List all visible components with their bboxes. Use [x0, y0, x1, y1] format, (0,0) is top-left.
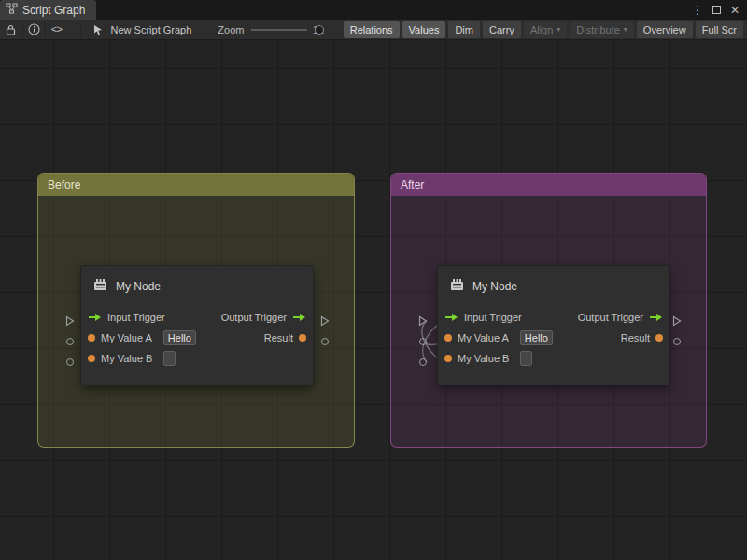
trigger-row: Input Trigger Output Trigger [81, 307, 313, 328]
unit-icon [449, 277, 465, 297]
value-a-port[interactable] [88, 334, 95, 342]
input-trigger-label: Input Trigger [107, 312, 165, 323]
unit-icon [92, 277, 108, 297]
distribute-button-label: Distribute [576, 24, 619, 35]
graph-name-label[interactable]: New Script Graph [111, 24, 192, 35]
relations-button[interactable]: Relations [344, 21, 400, 38]
zoom-slider[interactable] [251, 23, 307, 36]
tab-script-graph[interactable]: Script Graph [0, 0, 96, 20]
kebab-menu-icon[interactable]: ⋮ [692, 5, 703, 16]
outer-output-trigger-port[interactable] [672, 315, 682, 327]
value-b-label: My Value B [458, 353, 509, 364]
outer-input-trigger-port[interactable] [418, 315, 428, 327]
trigger-row: Input Trigger Output Trigger [438, 307, 669, 328]
carry-button[interactable]: Carry [483, 21, 521, 38]
lock-icon[interactable] [4, 21, 19, 39]
group-after[interactable]: After My Node [390, 173, 707, 448]
group-title: After [401, 178, 424, 191]
values-button[interactable]: Values [402, 21, 446, 38]
outer-result-port[interactable] [673, 338, 681, 345]
tab-bar: Script Graph ⋮ ✕ [0, 0, 747, 20]
result-port[interactable] [299, 334, 306, 342]
chevron-down-icon: ▾ [624, 26, 627, 34]
unity-script-graph-window: Script Graph ⋮ ✕ <> [0, 0, 747, 560]
toolbar-separator [45, 22, 46, 37]
outer-value-a-port[interactable] [419, 338, 427, 345]
group-title: Before [48, 178, 80, 191]
node-header[interactable]: My Node [81, 266, 313, 307]
code-icon[interactable]: <> [49, 21, 64, 39]
tab-title: Script Graph [22, 4, 85, 17]
group-before[interactable]: Before My Node [37, 173, 355, 448]
input-trigger-port[interactable] [444, 313, 458, 322]
output-trigger-port[interactable] [649, 313, 663, 322]
node-title: My Node [116, 280, 161, 293]
script-graph-icon [6, 3, 18, 17]
window-controls: ⋮ ✕ [692, 0, 747, 20]
outer-input-trigger-port[interactable] [65, 315, 75, 327]
node-header[interactable]: My Node [438, 266, 669, 307]
output-trigger-label: Output Trigger [221, 312, 287, 323]
node-my-node-after[interactable]: My Node Input Trigger Output Trigger My … [437, 265, 670, 385]
toolbar-buttons: Relations Values Dim Carry Align ▾ Distr… [341, 21, 743, 38]
info-icon[interactable] [26, 21, 41, 39]
node-my-node-before[interactable]: My Node Input Trigger Output Trigger My … [80, 265, 314, 385]
output-trigger-label: Output Trigger [578, 312, 643, 323]
zoom-slider-track[interactable] [251, 29, 307, 31]
value-a-input[interactable]: Hello [520, 330, 553, 345]
value-a-row: My Value A Hello Result [81, 328, 313, 348]
input-trigger-label: Input Trigger [464, 312, 522, 323]
group-before-header[interactable]: Before [38, 174, 354, 196]
dim-button[interactable]: Dim [448, 21, 480, 38]
value-a-port[interactable] [444, 334, 452, 342]
outer-value-b-port[interactable] [419, 358, 427, 366]
pointer-icon [91, 21, 106, 39]
toolbar-separator [80, 22, 81, 37]
zoom-label: Zoom [218, 24, 244, 35]
input-trigger-port[interactable] [88, 313, 102, 322]
outer-value-a-port[interactable] [66, 338, 74, 345]
output-trigger-port[interactable] [292, 313, 306, 322]
value-a-row: My Value A Hello Result [438, 328, 669, 348]
graph-canvas[interactable]: Before My Node [0, 40, 747, 560]
result-label: Result [264, 332, 293, 343]
result-port[interactable] [655, 334, 663, 342]
chevron-down-icon: ▾ [557, 26, 560, 34]
outer-result-port[interactable] [321, 338, 329, 345]
fullscreen-button[interactable]: Full Scr [696, 21, 743, 38]
value-a-label: My Value A [101, 332, 152, 343]
align-button[interactable]: Align ▾ [524, 21, 567, 38]
distribute-button[interactable]: Distribute ▾ [570, 21, 633, 38]
value-b-input[interactable] [163, 351, 176, 366]
close-icon[interactable]: ✕ [730, 5, 740, 16]
value-b-row: My Value B [81, 348, 313, 369]
result-label: Result [621, 332, 650, 343]
graph-toolbar: <> New Script Graph Zoom 1x Relations Va… [0, 20, 747, 40]
toolbar-separator [22, 22, 23, 37]
value-b-input[interactable] [520, 351, 532, 366]
node-title: My Node [472, 280, 517, 293]
value-a-input[interactable]: Hello [163, 330, 196, 345]
value-a-label: My Value A [458, 332, 509, 343]
outer-value-b-port[interactable] [66, 358, 74, 366]
value-b-port[interactable] [88, 355, 95, 362]
maximize-icon[interactable] [712, 5, 721, 16]
overview-button[interactable]: Overview [637, 21, 693, 38]
value-b-row: My Value B [438, 348, 669, 369]
outer-output-trigger-port[interactable] [320, 315, 330, 327]
zoom-slider-handle[interactable] [315, 25, 324, 35]
align-button-label: Align [530, 24, 553, 35]
value-b-label: My Value B [101, 353, 152, 364]
value-b-port[interactable] [444, 355, 452, 362]
group-after-header[interactable]: After [391, 174, 706, 196]
